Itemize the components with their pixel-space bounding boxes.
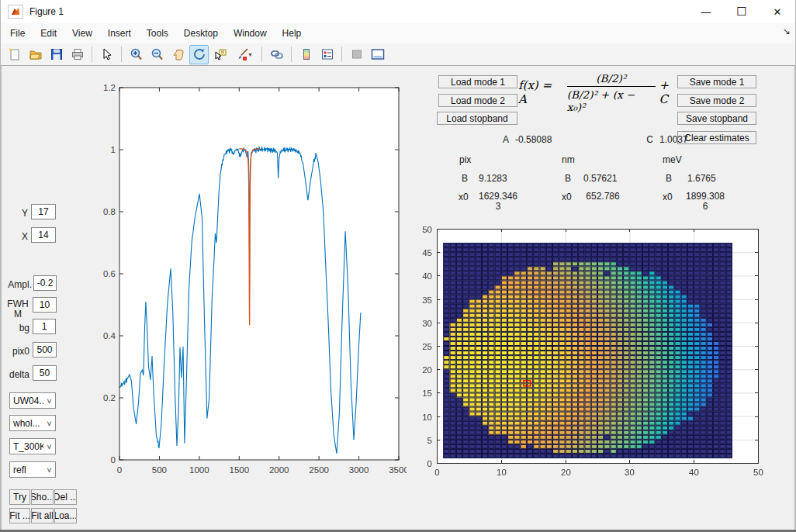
dock-figure-icon[interactable]: ↘ <box>782 26 790 36</box>
title-bar[interactable]: Figure 1 — ☐ ✕ <box>1 0 795 23</box>
svg-text:1500: 1500 <box>229 465 249 475</box>
maximize-button[interactable]: ☐ <box>724 0 760 23</box>
pointer-icon <box>100 47 114 61</box>
zoom-out-tool-button[interactable] <box>147 45 167 64</box>
svg-text:0.8: 0.8 <box>103 207 116 216</box>
nm-x0-label: x0 <box>562 192 572 202</box>
fwhm-field[interactable] <box>33 297 57 313</box>
temperature-dropdown[interactable]: T_300K ˅ <box>9 438 56 454</box>
new-figure-icon <box>8 47 22 61</box>
y-label: Y <box>5 208 28 219</box>
close-button[interactable]: ✕ <box>760 0 795 23</box>
svg-text:1000: 1000 <box>189 465 209 475</box>
load-stopband-button[interactable]: Load stopband <box>437 112 517 125</box>
mev-x0-value: 1899.3086 <box>684 192 726 212</box>
formula-denominator: (B/2)² + (x − x₀)² <box>567 88 656 113</box>
pan-tool-button[interactable] <box>168 45 188 64</box>
minimize-button[interactable]: — <box>688 0 724 23</box>
open-folder-icon <box>29 47 43 61</box>
fwhm-label: FWHM <box>6 299 29 320</box>
svg-text:0.4: 0.4 <box>103 331 116 340</box>
hide-plot-tools-button[interactable] <box>347 45 366 64</box>
delta-field[interactable] <box>33 365 57 381</box>
colorbar-icon <box>299 47 313 61</box>
svg-text:0: 0 <box>117 465 122 475</box>
delta-label: delta <box>3 369 29 380</box>
print-icon <box>71 47 85 61</box>
save-mode-1-button[interactable]: Save mode 1 <box>677 75 756 88</box>
show-button[interactable]: Sho... <box>31 489 54 505</box>
link-plot-button[interactable] <box>267 45 286 64</box>
fit-all-button[interactable]: Fit all <box>31 508 54 523</box>
figure-canvas: Y X Ampl. FWHM bg pix0 delta UW04... ˅ w… <box>2 66 794 530</box>
toolbar-separator <box>291 47 292 62</box>
estimate-c-value: 1.0037 <box>659 134 688 145</box>
save-button[interactable] <box>47 45 66 64</box>
mode-dropdown[interactable]: refl ˅ <box>9 461 56 478</box>
zoom-in-tool-button[interactable] <box>126 45 146 64</box>
data-cursor-tool-button[interactable] <box>210 45 230 64</box>
x-field[interactable] <box>31 227 56 243</box>
try-button[interactable]: Try <box>9 489 30 505</box>
menu-insert[interactable]: Insert <box>100 25 139 42</box>
menu-view[interactable]: View <box>64 25 100 42</box>
pix-b-label: B <box>462 173 468 184</box>
fraction-bar <box>567 86 656 87</box>
rotate-3d-tool-button[interactable] <box>189 45 209 64</box>
delete-button[interactable]: Del ... <box>54 489 77 505</box>
load-mode-2-button[interactable]: Load mode 2 <box>438 94 517 107</box>
pix0-field[interactable] <box>33 342 57 358</box>
region-dropdown[interactable]: whol... ˅ <box>9 415 56 431</box>
new-figure-button[interactable] <box>5 45 24 64</box>
spectrum-plot[interactable]: 050010001500200025003000350000.20.40.60.… <box>87 78 407 489</box>
menu-edit[interactable]: Edit <box>33 25 64 42</box>
pix-column-header: pix <box>459 154 471 165</box>
figure-window: Figure 1 — ☐ ✕ File Edit View Insert Too… <box>0 0 796 532</box>
show-plot-tools-icon <box>370 47 386 61</box>
print-button[interactable] <box>67 45 87 64</box>
menu-desktop[interactable]: Desktop <box>176 25 226 42</box>
pixel-map-plot[interactable] <box>411 217 796 485</box>
pix0-label: pix0 <box>5 346 29 357</box>
chevron-down-icon: ▾ <box>248 51 251 58</box>
bg-field[interactable] <box>33 319 56 334</box>
load-mode-1-button[interactable]: Load mode 1 <box>438 75 517 88</box>
menu-file[interactable]: File <box>2 25 33 42</box>
open-file-button[interactable] <box>26 45 45 64</box>
save-mode-2-button[interactable]: Save mode 2 <box>677 94 756 107</box>
menu-tools[interactable]: Tools <box>139 25 176 42</box>
svg-text:2000: 2000 <box>269 465 289 475</box>
svg-text:0: 0 <box>111 455 116 465</box>
nm-b-value: 0.57621 <box>583 173 617 184</box>
svg-text:1: 1 <box>111 145 116 154</box>
fit-button[interactable]: Fit ... <box>9 508 30 523</box>
svg-text:2500: 2500 <box>309 465 329 475</box>
mev-column-header: meV <box>663 154 682 165</box>
svg-text:0.2: 0.2 <box>103 393 116 402</box>
pix-x0-value: 1629.3463 <box>477 192 519 212</box>
save-stopband-button[interactable]: Save stopband <box>677 112 756 125</box>
save-icon <box>50 47 64 61</box>
insert-colorbar-button[interactable] <box>296 45 316 64</box>
svg-text:3000: 3000 <box>349 465 369 475</box>
menu-help[interactable]: Help <box>275 25 310 42</box>
ampl-field[interactable] <box>33 275 57 291</box>
bg-label: bg <box>5 323 29 333</box>
load-button[interactable]: Loa... <box>54 508 77 523</box>
mev-b-label: B <box>666 173 672 184</box>
svg-text:1.2: 1.2 <box>103 83 116 92</box>
menu-window[interactable]: Window <box>226 25 275 42</box>
y-field[interactable] <box>31 204 56 219</box>
insert-legend-button[interactable] <box>317 45 337 64</box>
toolbar-separator <box>121 47 122 62</box>
pointer-tool-button[interactable] <box>97 45 116 64</box>
estimate-c-label: C <box>642 134 653 145</box>
formula-fraction: (B/2)² (B/2)² + (x − x₀)² <box>567 72 656 113</box>
clear-estimates-button[interactable]: Clear estimates <box>677 131 756 144</box>
window-controls: — ☐ ✕ <box>688 0 795 23</box>
show-plot-tools-button[interactable] <box>368 45 387 64</box>
data-cursor-icon <box>213 47 227 61</box>
brush-tool-button[interactable]: ▾ <box>231 45 257 64</box>
chevron-down-icon: ˅ <box>43 465 55 475</box>
sample-dropdown[interactable]: UW04... ˅ <box>9 392 56 409</box>
